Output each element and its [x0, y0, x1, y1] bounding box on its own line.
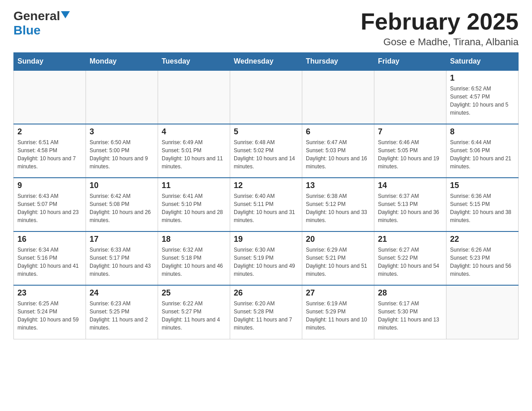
table-row: 16Sunrise: 6:34 AMSunset: 5:16 PMDayligh…	[14, 231, 86, 285]
daylight-text: Daylight: 11 hours and 2 minutes.	[90, 316, 154, 332]
sunrise-text: Sunrise: 6:40 AM	[234, 192, 298, 200]
table-row: 28Sunrise: 6:17 AMSunset: 5:30 PMDayligh…	[374, 285, 446, 339]
daylight-text: Daylight: 10 hours and 21 minutes.	[450, 154, 515, 171]
sunset-text: Sunset: 5:22 PM	[378, 254, 442, 262]
day-number: 18	[162, 235, 226, 244]
day-info: Sunrise: 6:44 AMSunset: 5:06 PMDaylight:…	[450, 138, 515, 171]
table-row: 13Sunrise: 6:38 AMSunset: 5:12 PMDayligh…	[302, 178, 374, 231]
day-info: Sunrise: 6:30 AMSunset: 5:19 PMDaylight:…	[234, 246, 298, 278]
logo: General Blue	[13, 9, 70, 38]
day-number: 2	[17, 127, 82, 137]
sunset-text: Sunset: 5:25 PM	[90, 308, 154, 316]
sunrise-text: Sunrise: 6:36 AM	[450, 192, 515, 200]
sunset-text: Sunset: 5:11 PM	[234, 200, 298, 208]
sunrise-text: Sunrise: 6:19 AM	[306, 300, 370, 308]
day-info: Sunrise: 6:29 AMSunset: 5:21 PMDaylight:…	[306, 246, 370, 278]
daylight-text: Daylight: 10 hours and 56 minutes.	[450, 262, 515, 278]
sunset-text: Sunset: 5:07 PM	[17, 200, 82, 208]
sunrise-text: Sunrise: 6:38 AM	[306, 192, 370, 200]
daylight-text: Daylight: 10 hours and 11 minutes.	[162, 154, 226, 171]
table-row: 1Sunrise: 6:52 AMSunset: 4:57 PMDaylight…	[446, 70, 519, 124]
day-number: 24	[90, 288, 154, 298]
day-number: 5	[234, 127, 298, 137]
table-row: 20Sunrise: 6:29 AMSunset: 5:21 PMDayligh…	[302, 231, 374, 285]
sunrise-text: Sunrise: 6:22 AM	[162, 300, 226, 308]
day-number: 26	[234, 288, 298, 298]
table-row: 3Sunrise: 6:50 AMSunset: 5:00 PMDaylight…	[86, 124, 158, 178]
table-row	[374, 70, 446, 124]
svg-marker-0	[61, 11, 70, 18]
table-row: 6Sunrise: 6:47 AMSunset: 5:03 PMDaylight…	[302, 124, 374, 178]
sunset-text: Sunset: 5:12 PM	[306, 200, 370, 208]
table-row: 24Sunrise: 6:23 AMSunset: 5:25 PMDayligh…	[86, 285, 158, 339]
table-row: 17Sunrise: 6:33 AMSunset: 5:17 PMDayligh…	[86, 231, 158, 285]
day-info: Sunrise: 6:20 AMSunset: 5:28 PMDaylight:…	[234, 300, 298, 332]
daylight-text: Daylight: 10 hours and 31 minutes.	[234, 208, 298, 224]
logo-general-text: General	[13, 9, 60, 23]
sunset-text: Sunset: 5:24 PM	[17, 308, 82, 316]
day-info: Sunrise: 6:43 AMSunset: 5:07 PMDaylight:…	[17, 192, 82, 224]
daylight-text: Daylight: 11 hours and 13 minutes.	[378, 316, 442, 332]
sunrise-text: Sunrise: 6:52 AM	[450, 85, 515, 93]
daylight-text: Daylight: 10 hours and 33 minutes.	[306, 208, 370, 224]
logo-blue-text: Blue	[13, 23, 41, 37]
calendar-week-row: 9Sunrise: 6:43 AMSunset: 5:07 PMDaylight…	[14, 178, 519, 231]
daylight-text: Daylight: 10 hours and 43 minutes.	[90, 262, 154, 278]
day-number: 3	[90, 127, 154, 137]
table-row: 18Sunrise: 6:32 AMSunset: 5:18 PMDayligh…	[158, 231, 230, 285]
day-number: 9	[17, 181, 82, 190]
day-number: 11	[162, 181, 226, 190]
sunrise-text: Sunrise: 6:25 AM	[17, 300, 82, 308]
table-row: 25Sunrise: 6:22 AMSunset: 5:27 PMDayligh…	[158, 285, 230, 339]
day-number: 27	[306, 288, 370, 298]
sunset-text: Sunset: 5:17 PM	[90, 254, 154, 262]
col-friday: Friday	[374, 53, 446, 71]
daylight-text: Daylight: 10 hours and 41 minutes.	[17, 262, 82, 278]
sunrise-text: Sunrise: 6:32 AM	[162, 246, 226, 254]
table-row: 21Sunrise: 6:27 AMSunset: 5:22 PMDayligh…	[374, 231, 446, 285]
daylight-text: Daylight: 10 hours and 49 minutes.	[234, 262, 298, 278]
daylight-text: Daylight: 10 hours and 23 minutes.	[17, 208, 82, 224]
sunset-text: Sunset: 5:15 PM	[450, 200, 515, 208]
day-number: 19	[234, 235, 298, 244]
sunset-text: Sunset: 5:01 PM	[162, 146, 226, 154]
table-row: 7Sunrise: 6:46 AMSunset: 5:05 PMDaylight…	[374, 124, 446, 178]
daylight-text: Daylight: 11 hours and 4 minutes.	[162, 316, 226, 332]
table-row: 19Sunrise: 6:30 AMSunset: 5:19 PMDayligh…	[230, 231, 302, 285]
day-number: 15	[450, 181, 515, 190]
table-row: 2Sunrise: 6:51 AMSunset: 4:58 PMDaylight…	[14, 124, 86, 178]
daylight-text: Daylight: 10 hours and 9 minutes.	[90, 154, 154, 171]
day-number: 28	[378, 288, 442, 298]
header: General Blue February 2025 Gose e Madhe,…	[13, 9, 519, 48]
day-info: Sunrise: 6:50 AMSunset: 5:00 PMDaylight:…	[90, 138, 154, 171]
sunset-text: Sunset: 5:30 PM	[378, 308, 442, 316]
table-row: 8Sunrise: 6:44 AMSunset: 5:06 PMDaylight…	[446, 124, 519, 178]
daylight-text: Daylight: 10 hours and 16 minutes.	[306, 154, 370, 171]
page-subtitle: Gose e Madhe, Tirana, Albania	[360, 36, 519, 48]
sunrise-text: Sunrise: 6:41 AM	[162, 192, 226, 200]
col-monday: Monday	[86, 53, 158, 71]
daylight-text: Daylight: 10 hours and 5 minutes.	[450, 101, 515, 117]
sunset-text: Sunset: 5:27 PM	[162, 308, 226, 316]
table-row: 5Sunrise: 6:48 AMSunset: 5:02 PMDaylight…	[230, 124, 302, 178]
sunrise-text: Sunrise: 6:49 AM	[162, 138, 226, 146]
sunrise-text: Sunrise: 6:47 AM	[306, 138, 370, 146]
table-row: 12Sunrise: 6:40 AMSunset: 5:11 PMDayligh…	[230, 178, 302, 231]
day-number: 13	[306, 181, 370, 190]
sunset-text: Sunset: 5:28 PM	[234, 308, 298, 316]
day-info: Sunrise: 6:36 AMSunset: 5:15 PMDaylight:…	[450, 192, 515, 224]
calendar-table: Sunday Monday Tuesday Wednesday Thursday…	[13, 52, 519, 339]
sunset-text: Sunset: 5:13 PM	[378, 200, 442, 208]
table-row: 10Sunrise: 6:42 AMSunset: 5:08 PMDayligh…	[86, 178, 158, 231]
sunset-text: Sunset: 5:08 PM	[90, 200, 154, 208]
day-number: 1	[450, 73, 515, 83]
day-number: 23	[17, 288, 82, 298]
sunset-text: Sunset: 5:00 PM	[90, 146, 154, 154]
table-row: 11Sunrise: 6:41 AMSunset: 5:10 PMDayligh…	[158, 178, 230, 231]
sunrise-text: Sunrise: 6:44 AM	[450, 138, 515, 146]
day-number: 20	[306, 235, 370, 244]
daylight-text: Daylight: 10 hours and 7 minutes.	[17, 154, 82, 171]
day-info: Sunrise: 6:34 AMSunset: 5:16 PMDaylight:…	[17, 246, 82, 278]
day-info: Sunrise: 6:17 AMSunset: 5:30 PMDaylight:…	[378, 300, 442, 332]
day-info: Sunrise: 6:33 AMSunset: 5:17 PMDaylight:…	[90, 246, 154, 278]
